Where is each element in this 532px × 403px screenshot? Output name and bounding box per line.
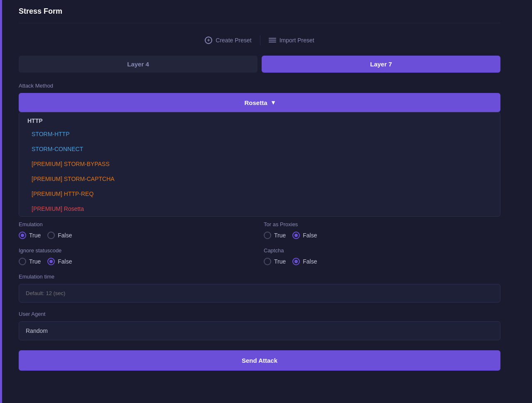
user-agent-box[interactable]: Random xyxy=(19,321,500,340)
attack-method-label: Attack Method xyxy=(19,83,500,89)
emulation-time-input[interactable] xyxy=(19,284,500,303)
statuscode-false-option[interactable]: False xyxy=(47,258,72,265)
dropdown-group-label: HTTP xyxy=(19,112,500,127)
ignore-statuscode-label: Ignore statuscode xyxy=(19,247,255,254)
page-title: Stress Form xyxy=(19,7,62,16)
statuscode-captcha-row: Ignore statuscode True False Captcha Tru… xyxy=(19,247,500,265)
captcha-true-option[interactable]: True xyxy=(264,258,286,265)
import-preset-button[interactable]: Import Preset xyxy=(260,33,323,47)
dropdown-item-rosetta[interactable]: [PREMIUM] Rosetta xyxy=(19,201,500,216)
attack-method-dropdown[interactable]: Rosetta ▾ xyxy=(19,93,500,112)
create-preset-button[interactable]: + Create Preset xyxy=(196,33,260,47)
svg-rect-0 xyxy=(269,42,276,43)
tor-proxies-radio-group: True False xyxy=(264,232,500,239)
tor-true-option[interactable]: True xyxy=(264,232,286,239)
svg-rect-2 xyxy=(269,38,276,39)
statuscode-true-option[interactable]: True xyxy=(19,258,41,265)
captcha-label: Captcha xyxy=(264,247,500,254)
tor-true-radio[interactable] xyxy=(264,232,271,239)
layer-tabs: Layer 4 Layer 7 xyxy=(19,56,500,73)
page-header: Stress Form xyxy=(19,0,500,23)
tor-false-radio[interactable] xyxy=(292,232,300,239)
emulation-true-radio[interactable] xyxy=(19,232,26,239)
dropdown-item-http-req[interactable]: [PREMIUM] HTTP-REQ xyxy=(19,186,500,201)
statuscode-false-radio[interactable] xyxy=(47,258,55,265)
ignore-statuscode-radio-group: True False xyxy=(19,258,255,265)
attack-method-dropdown-container: Rosetta ▾ HTTP STORM-HTTP STORM-CONNECT … xyxy=(19,93,500,112)
emulation-time-section: Emulation time xyxy=(19,274,500,303)
dropdown-menu: HTTP STORM-HTTP STORM-CONNECT [PREMIUM] … xyxy=(19,112,500,217)
plus-icon: + xyxy=(205,37,212,44)
emulation-label: Emulation xyxy=(19,221,255,227)
ignore-statuscode-col: Ignore statuscode True False xyxy=(19,247,255,265)
captcha-col: Captcha True False xyxy=(264,247,500,265)
tor-proxies-label: Tor as Proxies xyxy=(264,221,500,227)
toolbar: + Create Preset Import Preset xyxy=(19,33,500,47)
dropdown-item-storm-captcha[interactable]: [PREMIUM] STORM-CAPTCHA xyxy=(19,171,500,186)
dropdown-item-storm-http[interactable]: STORM-HTTP xyxy=(19,127,500,142)
captcha-radio-group: True False xyxy=(264,258,500,265)
captcha-true-radio[interactable] xyxy=(264,258,271,265)
user-agent-section: User Agent Random xyxy=(19,311,500,340)
tor-false-option[interactable]: False xyxy=(292,232,317,239)
captcha-false-option[interactable]: False xyxy=(292,258,317,265)
statuscode-true-radio[interactable] xyxy=(19,258,26,265)
tor-proxies-col: Tor as Proxies True False xyxy=(264,221,500,239)
layers-icon xyxy=(269,37,276,44)
attack-method-section: Attack Method Rosetta ▾ HTTP STORM-HTTP … xyxy=(19,83,500,112)
emulation-time-label: Emulation time xyxy=(19,274,500,280)
user-agent-label: User Agent xyxy=(19,311,500,317)
captcha-false-radio[interactable] xyxy=(292,258,300,265)
emulation-false-radio[interactable] xyxy=(47,232,55,239)
dropdown-item-storm-bypass[interactable]: [PREMIUM] STORM-BYPASS xyxy=(19,156,500,171)
dropdown-item-storm-connect[interactable]: STORM-CONNECT xyxy=(19,142,500,156)
tab-layer4[interactable]: Layer 4 xyxy=(19,56,257,73)
emulation-true-option[interactable]: True xyxy=(19,232,41,239)
emulation-tor-row: Emulation True False Tor as Proxies True xyxy=(19,221,500,239)
send-attack-button[interactable]: Send Attack xyxy=(19,350,500,371)
emulation-false-option[interactable]: False xyxy=(47,232,72,239)
emulation-radio-group: True False xyxy=(19,232,255,239)
svg-rect-1 xyxy=(269,40,276,41)
emulation-col: Emulation True False xyxy=(19,221,255,239)
tab-layer7[interactable]: Layer 7 xyxy=(262,56,500,73)
